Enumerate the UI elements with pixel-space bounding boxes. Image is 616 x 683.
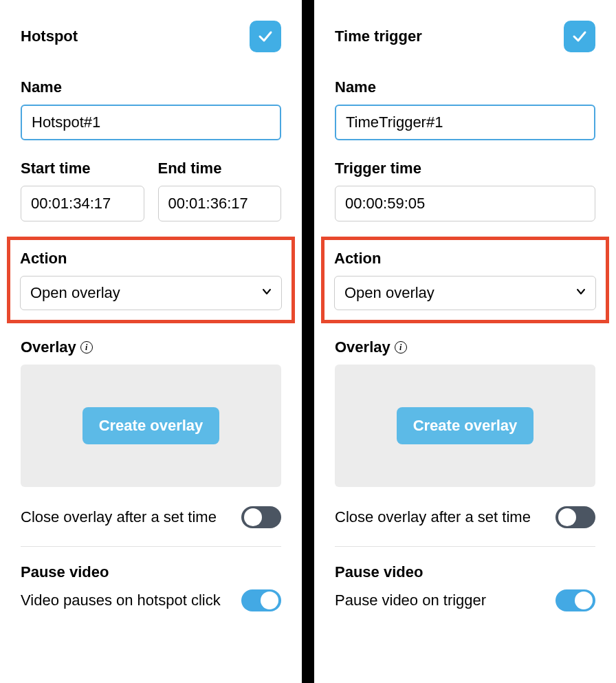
time-trigger-panel: Time trigger Name Trigger time Action Op… [314,0,616,683]
action-select[interactable]: Open overlay [334,276,596,310]
action-label: Action [334,250,596,268]
pause-video-title: Pause video [21,563,281,581]
trigger-time-label: Trigger time [335,160,595,177]
close-overlay-toggle[interactable] [241,506,281,528]
action-label: Action [20,250,282,268]
overlay-well: Create overlay [335,365,595,487]
confirm-button[interactable] [250,21,281,52]
time-trigger-title: Time trigger [335,28,422,45]
end-time-label: End time [158,160,282,177]
end-time-input[interactable] [158,186,282,221]
pause-video-toggle[interactable] [241,589,281,611]
trigger-time-input[interactable] [335,186,595,221]
confirm-button[interactable] [564,21,595,52]
close-overlay-toggle[interactable] [556,506,595,528]
panel-divider [302,0,314,683]
action-highlight-box: Action Open overlay [321,237,609,323]
close-overlay-text: Close overlay after a set time [335,508,531,528]
action-select[interactable]: Open overlay [20,276,282,310]
action-select-value: Open overlay [30,284,120,302]
start-time-input[interactable] [21,186,144,221]
start-time-label: Start time [21,160,144,177]
action-select-value: Open overlay [344,284,434,302]
action-highlight-box: Action Open overlay [7,237,295,323]
name-label: Name [335,78,595,96]
overlay-label: Overlay i [21,338,281,356]
pause-video-title: Pause video [335,563,595,581]
info-icon[interactable]: i [395,341,407,354]
pause-video-desc: Pause video on trigger [335,591,486,611]
pause-video-desc: Video pauses on hotspot click [21,591,221,611]
hotspot-panel: Hotspot Name Start time End time Action [0,0,302,683]
close-overlay-text: Close overlay after a set time [21,508,217,528]
divider-line [335,546,595,547]
overlay-well: Create overlay [21,365,281,487]
name-label: Name [21,78,281,96]
create-overlay-button[interactable]: Create overlay [82,407,220,444]
overlay-label: Overlay i [335,338,595,356]
create-overlay-button[interactable]: Create overlay [397,407,534,444]
divider-line [21,546,281,547]
check-icon [571,28,588,45]
info-icon[interactable]: i [80,341,93,354]
pause-video-toggle[interactable] [556,589,595,611]
name-input[interactable] [335,105,595,140]
name-input[interactable] [21,105,281,140]
check-icon [257,28,274,45]
hotspot-title: Hotspot [21,28,78,45]
